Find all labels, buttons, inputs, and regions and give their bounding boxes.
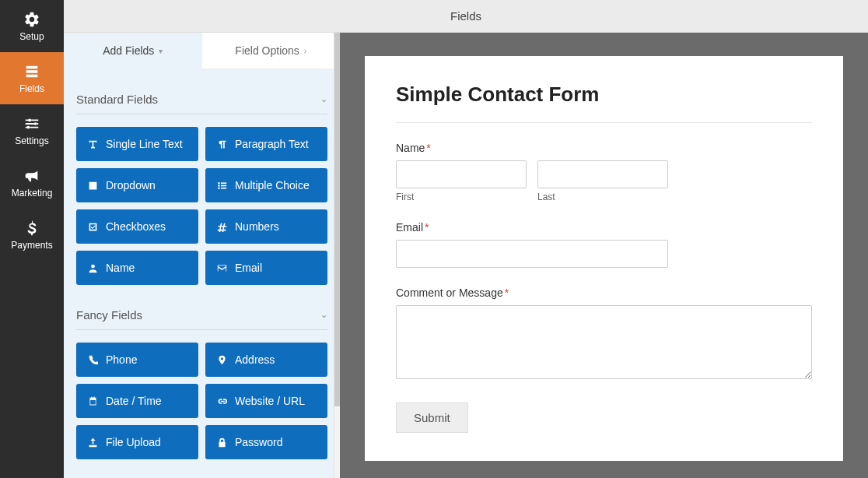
tab-add-fields[interactable]: Add Fields ▾ (64, 33, 202, 69)
section-header-standard[interactable]: Standard Fields ⌄ (76, 85, 327, 114)
field-label: Phone (106, 353, 137, 366)
link-icon (216, 396, 227, 406)
name-last-col: Last (537, 160, 668, 202)
field-email[interactable]: Email (205, 251, 327, 285)
svg-point-2 (27, 125, 30, 128)
field-label: Multiple Choice (235, 179, 310, 192)
field-paragraph-text[interactable]: Paragraph Text (205, 127, 327, 161)
tab-label: Add Fields (103, 44, 154, 57)
field-numbers[interactable]: Numbers (205, 209, 327, 244)
field-checkboxes[interactable]: Checkboxes (76, 209, 198, 244)
tab-label: Field Options (235, 44, 299, 57)
field-dropdown[interactable]: Dropdown (76, 168, 198, 202)
last-sublabel: Last (537, 192, 668, 202)
field-single-line-text[interactable]: Single Line Text (76, 127, 198, 161)
name-first-col: First (396, 160, 527, 202)
chevron-down-icon: ▾ (159, 47, 163, 55)
first-sublabel: First (396, 192, 527, 202)
user-icon (87, 263, 98, 273)
fields-panel: Add Fields ▾ Field Options › Standard Fi… (64, 33, 340, 478)
svg-rect-6 (220, 182, 226, 184)
form-row-email: Email* (396, 221, 812, 268)
submit-button[interactable]: Submit (396, 402, 468, 433)
field-label: Address (235, 353, 275, 366)
vnav-label: Marketing (12, 188, 53, 199)
panel-scrollbar-thumb[interactable] (334, 33, 340, 406)
vnav-item-fields[interactable]: Fields (0, 52, 64, 104)
calendar-icon (87, 396, 98, 406)
email-input[interactable] (396, 240, 668, 268)
field-label: Name (106, 262, 135, 274)
field-name[interactable]: Name (76, 251, 198, 285)
section-title: Fancy Fields (76, 308, 142, 322)
paragraph-icon (216, 139, 227, 149)
chevron-down-icon: ⌄ (320, 310, 327, 320)
form-card: Simple Contact Form Name* First Last (365, 56, 843, 461)
field-address[interactable]: Address (205, 343, 327, 377)
required-marker: * (505, 286, 509, 299)
list-dots-icon (216, 181, 227, 191)
vnav-label: Settings (15, 135, 48, 146)
fancy-fields-grid: Phone Address Date / Time Website / (76, 343, 327, 459)
field-file-upload[interactable]: File Upload (76, 425, 198, 459)
chevron-right-icon: › (304, 47, 306, 55)
check-square-icon (87, 222, 98, 232)
message-label: Comment or Message (396, 286, 503, 299)
field-phone[interactable]: Phone (76, 343, 198, 377)
field-website-url[interactable]: Website / URL (205, 384, 327, 418)
field-label: Numbers (235, 220, 279, 233)
vnav-label: Payments (11, 240, 52, 251)
vertical-nav: Setup Fields Settings Marketing Payments (0, 0, 64, 478)
required-marker: * (426, 142, 430, 154)
field-label: Single Line Text (106, 138, 183, 150)
field-label: Website / URL (235, 395, 305, 407)
name-label: Name (396, 142, 425, 154)
message-textarea[interactable] (396, 305, 812, 379)
last-name-input[interactable] (537, 160, 668, 188)
section-title: Standard Fields (76, 93, 158, 106)
svg-rect-7 (220, 185, 226, 186)
field-multiple-choice[interactable]: Multiple Choice (205, 168, 327, 202)
bullhorn-icon (23, 167, 40, 185)
first-name-input[interactable] (396, 160, 527, 188)
text-input-icon (87, 139, 98, 149)
form-row-name: Name* First Last (396, 142, 812, 202)
form-row-message: Comment or Message* (396, 286, 812, 379)
panel-tabs: Add Fields ▾ Field Options › (64, 33, 340, 69)
field-date-time[interactable]: Date / Time (76, 384, 198, 418)
field-label: Paragraph Text (235, 138, 309, 150)
vnav-item-setup[interactable]: Setup (0, 0, 64, 52)
section-header-fancy[interactable]: Fancy Fields ⌄ (76, 301, 327, 330)
field-label: File Upload (106, 436, 161, 448)
vnav-label: Fields (19, 83, 44, 94)
svg-point-3 (218, 182, 219, 184)
required-marker: * (425, 221, 429, 234)
vnav-item-marketing[interactable]: Marketing (0, 156, 64, 209)
toolbar: Fields (64, 0, 868, 33)
field-label: Email (235, 262, 262, 274)
name-grid: First Last (396, 160, 812, 202)
main-body: Add Fields ▾ Field Options › Standard Fi… (64, 33, 868, 478)
tab-field-options[interactable]: Field Options › (202, 33, 341, 69)
vnav-item-payments[interactable]: Payments (0, 209, 64, 261)
field-label: Password (235, 436, 282, 448)
field-password[interactable]: Password (205, 425, 327, 459)
svg-point-1 (34, 122, 37, 125)
form-title: Simple Contact Form (396, 83, 812, 107)
panel-scrollbar[interactable] (334, 33, 340, 478)
vnav-item-settings[interactable]: Settings (0, 104, 64, 156)
dollar-icon (23, 220, 40, 237)
hash-icon (216, 222, 227, 232)
form-preview: Simple Contact Form Name* First Last (340, 33, 868, 478)
sliders-icon (23, 115, 40, 132)
field-label: Dropdown (106, 179, 156, 192)
field-label: Checkboxes (106, 220, 166, 233)
svg-rect-8 (220, 187, 226, 188)
svg-point-4 (218, 185, 219, 186)
map-pin-icon (216, 355, 227, 365)
email-label: Email (396, 221, 423, 234)
section-fancy-fields: Fancy Fields ⌄ Phone Address (76, 301, 327, 459)
standard-fields-grid: Single Line Text Paragraph Text Dropdown (76, 127, 327, 285)
panel-body: Standard Fields ⌄ Single Line Text Parag… (64, 69, 340, 478)
toolbar-title: Fields (450, 9, 481, 23)
